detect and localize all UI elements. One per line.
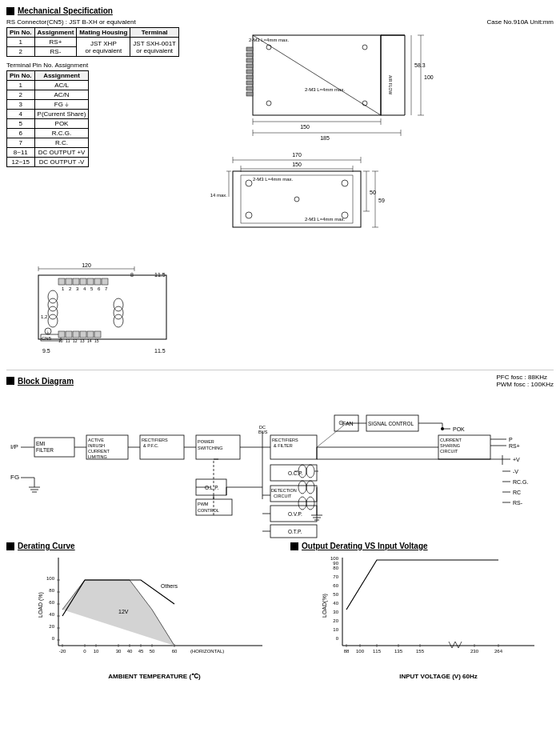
svg-text:-20: -20 bbox=[59, 649, 66, 654]
svg-rect-96 bbox=[58, 331, 65, 338]
table-row: 6R.C.G. bbox=[7, 129, 89, 138]
svg-text:135: 135 bbox=[394, 649, 403, 654]
svg-text:RECTIFIERS: RECTIFIERS bbox=[142, 438, 168, 442]
svg-point-88 bbox=[114, 306, 123, 319]
svg-text:0: 0 bbox=[83, 649, 86, 654]
svg-point-177 bbox=[441, 427, 444, 430]
block-diagram-svg: I/P FG EMI FILTER ACTIVE INRUSH CURRENT … bbox=[6, 391, 558, 531]
svg-text:80: 80 bbox=[49, 588, 54, 593]
svg-point-45 bbox=[246, 180, 252, 186]
col-assignment: Assignment bbox=[34, 28, 77, 38]
svg-point-46 bbox=[342, 180, 348, 186]
front-view-svg: 120 8 11.5 1 2 3 4 5 6 7 bbox=[6, 261, 218, 365]
output-chart-wrapper: 0 10 20 30 40 50 60 70 80 90 100 88 100 … bbox=[318, 554, 558, 680]
svg-text:40: 40 bbox=[127, 649, 133, 654]
svg-text:10: 10 bbox=[333, 627, 338, 632]
svg-text:SWITCHING: SWITCHING bbox=[198, 446, 222, 450]
svg-rect-12 bbox=[246, 92, 253, 96]
mech-diagram-top: 58.3 100 150 185 2-M3 L=4mm max. 2-M3 L=… bbox=[229, 27, 501, 155]
svg-text:12: 12 bbox=[73, 338, 78, 343]
svg-rect-10 bbox=[246, 81, 253, 85]
svg-point-211 bbox=[298, 497, 306, 510]
svg-point-86 bbox=[48, 290, 58, 303]
svg-text:SHARING: SHARING bbox=[440, 443, 460, 448]
svg-text:40: 40 bbox=[49, 612, 54, 617]
svg-text:170: 170 bbox=[292, 152, 302, 158]
output-chart-svg: 0 10 20 30 40 50 60 70 80 90 100 88 100 … bbox=[318, 554, 558, 670]
table-row: 1AC/L bbox=[7, 81, 89, 90]
derating-curve-header: Derating Curve bbox=[6, 542, 274, 550]
svg-text:100: 100 bbox=[46, 576, 55, 581]
svg-point-84 bbox=[48, 306, 58, 319]
table-row: 5POK bbox=[7, 119, 89, 129]
svg-text:80: 80 bbox=[333, 566, 338, 570]
svg-text:5: 5 bbox=[90, 286, 94, 291]
svg-text:RECTIFIERS: RECTIFIERS bbox=[272, 438, 298, 442]
svg-line-1 bbox=[253, 35, 381, 115]
output-derating-header: Output Derating VS Input Voltage bbox=[290, 542, 558, 550]
table-row: 2AC/N bbox=[7, 90, 89, 100]
svg-point-89 bbox=[114, 298, 123, 311]
svg-text:RS-: RS- bbox=[513, 500, 523, 506]
svg-point-14 bbox=[362, 45, 367, 50]
svg-point-62 bbox=[294, 197, 299, 202]
svg-text:120: 120 bbox=[82, 262, 91, 268]
derating-curve-section: Derating Curve 0 20 40 60 80 100 bbox=[6, 542, 274, 680]
svg-text:BUS: BUS bbox=[258, 430, 268, 434]
svg-text:60: 60 bbox=[333, 583, 338, 588]
svg-text:ACTIVE: ACTIVE bbox=[88, 438, 104, 442]
block-diagram-title: Block Diagram bbox=[18, 377, 74, 386]
svg-text:0: 0 bbox=[336, 636, 339, 641]
svg-text:40: 40 bbox=[333, 601, 338, 606]
svg-point-15 bbox=[266, 101, 271, 106]
table-row: 4P(Current Share) bbox=[7, 110, 89, 119]
svg-text:100: 100 bbox=[424, 74, 434, 80]
svg-text:0: 0 bbox=[52, 636, 55, 641]
svg-text:50: 50 bbox=[370, 190, 376, 195]
svg-text:INRUSH: INRUSH bbox=[88, 443, 105, 448]
svg-point-209 bbox=[298, 481, 306, 494]
svg-rect-8 bbox=[246, 70, 253, 74]
svg-rect-4 bbox=[246, 47, 253, 51]
svg-text:4: 4 bbox=[83, 286, 86, 291]
svg-text:POWER: POWER bbox=[198, 439, 214, 444]
svg-text:7: 7 bbox=[105, 286, 108, 291]
svg-text:2-M3 L=4mm max.: 2-M3 L=4mm max. bbox=[305, 217, 346, 222]
svg-rect-6 bbox=[246, 58, 253, 62]
svg-text:10: 10 bbox=[58, 338, 63, 343]
output-derating-title: Output Derating VS Input Voltage bbox=[302, 542, 428, 550]
svg-rect-9 bbox=[246, 75, 253, 79]
svg-line-169 bbox=[317, 423, 346, 447]
derating-section: Derating Curve 0 20 40 60 80 100 bbox=[6, 542, 554, 680]
svg-text:30: 30 bbox=[116, 649, 122, 654]
rs-connector-label: RS Connector(CN5) : JST B-XH or equivale… bbox=[6, 18, 222, 26]
terminal-pin-table: Pin No. Assignment 1AC/L2AC/N3FG ⏚4P(Cur… bbox=[6, 70, 89, 167]
mech-spec-title: Mechanical Specification bbox=[18, 6, 113, 15]
svg-text:115: 115 bbox=[373, 649, 382, 654]
svg-text:2-M3 L=4mm max.: 2-M3 L=4mm max. bbox=[305, 87, 346, 92]
terminal-label: Terminal Pin No. Assignment bbox=[6, 62, 222, 69]
svg-text:155: 155 bbox=[416, 649, 425, 654]
svg-text:Others: Others bbox=[161, 583, 178, 589]
svg-text:58.3: 58.3 bbox=[414, 62, 426, 68]
svg-rect-97 bbox=[66, 331, 72, 338]
svg-text:O.T.P.: O.T.P. bbox=[288, 529, 302, 534]
table-row: 7R.C. bbox=[7, 138, 89, 148]
svg-text:DETECTION: DETECTION bbox=[271, 488, 297, 493]
svg-text:100: 100 bbox=[356, 649, 365, 654]
svg-text:2: 2 bbox=[69, 286, 72, 291]
svg-text:RC.G.: RC.G. bbox=[513, 479, 529, 485]
svg-rect-98 bbox=[73, 331, 79, 338]
svg-text:20: 20 bbox=[49, 624, 54, 629]
svg-text:RC: RC bbox=[513, 490, 521, 495]
table-row: 1 RS+ JST XHPor equivalent JST SXH-001To… bbox=[7, 38, 179, 47]
svg-rect-72 bbox=[73, 278, 79, 285]
svg-text:12V: 12V bbox=[118, 609, 129, 614]
svg-text:CIRCUIT: CIRCUIT bbox=[440, 449, 458, 454]
svg-text:6: 6 bbox=[98, 286, 101, 291]
svg-text:15: 15 bbox=[94, 338, 99, 343]
table-row: 12~15DC OUTPUT -V bbox=[7, 158, 89, 167]
mech-diagram-bottom: 170 150 2-M3 L=4mm max. 2-M3 L=4mm max. … bbox=[229, 149, 501, 253]
svg-text:150: 150 bbox=[292, 162, 302, 167]
svg-rect-74 bbox=[87, 278, 94, 285]
